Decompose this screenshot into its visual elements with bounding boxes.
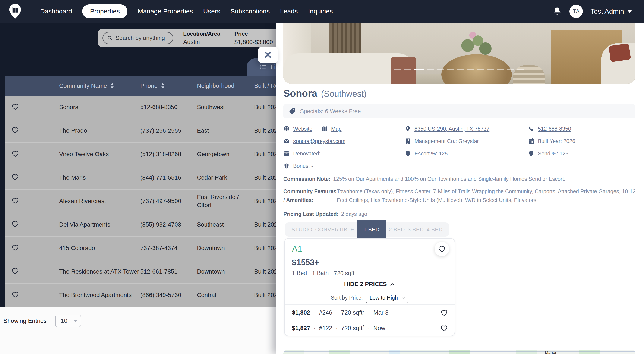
carousel-dash[interactable]	[477, 68, 484, 70]
heart-icon[interactable]	[11, 290, 19, 298]
sort-price-select[interactable]: Low to High	[366, 292, 408, 303]
email-link[interactable]: sonora@greystar.com	[293, 138, 346, 144]
nav-item-subscriptions[interactable]: Subscriptions	[230, 8, 270, 15]
carousel-dash[interactable]	[414, 68, 424, 70]
tab-convertible[interactable]: CONVERTIBLE	[315, 226, 354, 233]
carousel-dash[interactable]	[497, 68, 504, 70]
carousel-dash[interactable]	[467, 68, 474, 70]
table-row[interactable]: The Brentwood Apartments(866) 349-5730Ce…	[5, 284, 276, 307]
photo-carousel[interactable]	[283, 23, 635, 84]
website-map-cell: Website Map	[283, 126, 405, 132]
carousel-dash[interactable]	[394, 68, 402, 70]
search-input[interactable]	[115, 34, 167, 42]
price-filter[interactable]: Price $1,800-$3,800	[234, 30, 273, 46]
brand-logo-icon[interactable]	[9, 4, 21, 19]
property-detail-panel: Sonora (Southwest) Specials: 6 Weeks Fre…	[276, 23, 644, 354]
heart-icon[interactable]	[11, 220, 19, 228]
location-pin-icon	[405, 126, 411, 132]
table-body: Sonora512-688-8350SouthwestBuilt 2026The…	[5, 96, 276, 307]
phone-cell: 512-688-8350	[140, 104, 197, 110]
nav-item-manage-properties[interactable]: Manage Properties	[138, 8, 193, 15]
heart-icon[interactable]	[11, 126, 19, 134]
community-name-cell: The Prado	[59, 127, 140, 134]
map-link[interactable]: Map	[331, 126, 342, 132]
map-preview[interactable]: Manor	[283, 350, 635, 354]
heart-icon[interactable]	[11, 150, 19, 158]
separator-dot: ·	[368, 325, 370, 332]
community-name-cell: Sonora	[59, 104, 140, 110]
close-panel-button[interactable]	[258, 46, 278, 63]
hide-prices-toggle[interactable]: HIDE 2 PRICES	[285, 281, 454, 288]
sort-icon[interactable]	[161, 83, 165, 89]
table-row[interactable]: The Residences at ATX Tower512-661-7851D…	[5, 260, 276, 284]
user-menu[interactable]: Test Admin	[590, 8, 632, 15]
notification-bell-icon[interactable]	[552, 6, 562, 16]
send-cell: Send %: 125	[528, 150, 639, 157]
calendar-icon	[528, 138, 534, 144]
entries-per-page-value: 10	[61, 318, 67, 324]
table-row[interactable]: Alexan Rivercrest(737) 497-9500East Rive…	[5, 190, 276, 213]
phone-link[interactable]: 512-688-8350	[538, 126, 571, 132]
nav-item-inquiries[interactable]: Inquiries	[308, 8, 333, 15]
tab-1-bed[interactable]: 1 BED	[357, 220, 386, 239]
sort-icon[interactable]	[110, 83, 114, 89]
carousel-dash[interactable]	[517, 68, 524, 70]
floorplan-specs: 1 Bed1 Bath720 sqft2	[292, 270, 356, 277]
chevron-down-icon	[401, 296, 406, 300]
favorite-cell	[5, 173, 59, 182]
nav-item-dashboard[interactable]: Dashboard	[40, 8, 72, 15]
location-filter[interactable]: Location/Area Austin	[183, 30, 220, 46]
heart-icon[interactable]	[11, 173, 19, 181]
chevron-down-icon	[627, 10, 632, 13]
carousel-dash[interactable]	[447, 68, 454, 70]
carousel-dash[interactable]	[457, 68, 464, 70]
carousel-dash[interactable]	[487, 68, 494, 70]
entries-per-page-select[interactable]: 10	[55, 315, 81, 327]
heart-icon[interactable]	[11, 196, 19, 204]
unit-price: $1,827	[292, 325, 310, 332]
carousel-dash[interactable]	[437, 68, 444, 70]
list-icon	[260, 64, 267, 71]
property-subtitle: (Southwest)	[321, 89, 366, 99]
heart-icon[interactable]	[440, 308, 448, 317]
phone-cell: (866) 349-5730	[140, 292, 197, 298]
neighborhood-cell: Downtown	[197, 244, 254, 252]
shield-icon	[405, 150, 411, 157]
table-row[interactable]: The Prado(737) 266-2555EastBuilt 2025	[5, 119, 276, 142]
heart-icon[interactable]	[11, 267, 19, 275]
unit-price-row: $1,827·#122·720 sqft2·Now	[285, 320, 454, 336]
table-row[interactable]: The Maris(844) 771-5516Cedar ParkBuilt 2…	[5, 166, 276, 190]
heart-icon[interactable]	[440, 324, 448, 332]
property-title: Sonora	[283, 88, 317, 99]
table-row[interactable]: Vireo Twelve Oaks(512) 318-0268Georgetow…	[5, 142, 276, 166]
heart-icon[interactable]	[11, 244, 19, 252]
address-link[interactable]: 8350 US-290, Austin, TX 78737	[414, 126, 490, 132]
tab-2-bed[interactable]: 2 BED	[389, 226, 405, 233]
table-row[interactable]: Del Via Apartments(855) 932-4703Southeas…	[5, 213, 276, 236]
table-row[interactable]: Sonora512-688-8350SouthwestBuilt 2026	[5, 96, 276, 119]
carousel-dash[interactable]	[404, 68, 412, 70]
list-page: Location/Area Austin Price $1,800-$3,800…	[0, 23, 276, 354]
tab-4-bed[interactable]: 4 BED	[427, 226, 443, 233]
avatar[interactable]: TA	[570, 5, 583, 18]
favorite-cell	[5, 102, 59, 112]
app-window: DashboardPropertiesManage PropertiesUser…	[0, 0, 644, 354]
search-box[interactable]	[102, 32, 174, 44]
carousel-dash[interactable]	[427, 68, 434, 70]
website-link[interactable]: Website	[293, 126, 312, 132]
heart-icon[interactable]	[11, 102, 19, 110]
column-header-community-name[interactable]: Community Name	[59, 82, 140, 89]
community-name-cell: Vireo Twelve Oaks	[59, 151, 140, 158]
carousel-dash[interactable]	[507, 68, 514, 70]
community-features-label: Community Features / Amenities:	[283, 187, 337, 204]
nav-item-leads[interactable]: Leads	[280, 8, 298, 15]
tab-studio[interactable]: STUDIO	[292, 226, 312, 233]
nav-right: TA Test Admin	[552, 5, 632, 18]
nav-item-users[interactable]: Users	[203, 8, 220, 15]
table-row[interactable]: 415 Colorado737-387-4374DowntownBuilt 20…	[5, 236, 276, 260]
column-header-phone[interactable]: Phone	[140, 82, 197, 89]
favorite-floorplan-button[interactable]	[434, 242, 449, 256]
nav-item-properties[interactable]: Properties	[82, 4, 128, 18]
tab-3-bed[interactable]: 3 BED	[408, 226, 424, 233]
address-cell: 8350 US-290, Austin, TX 78737	[405, 126, 528, 132]
